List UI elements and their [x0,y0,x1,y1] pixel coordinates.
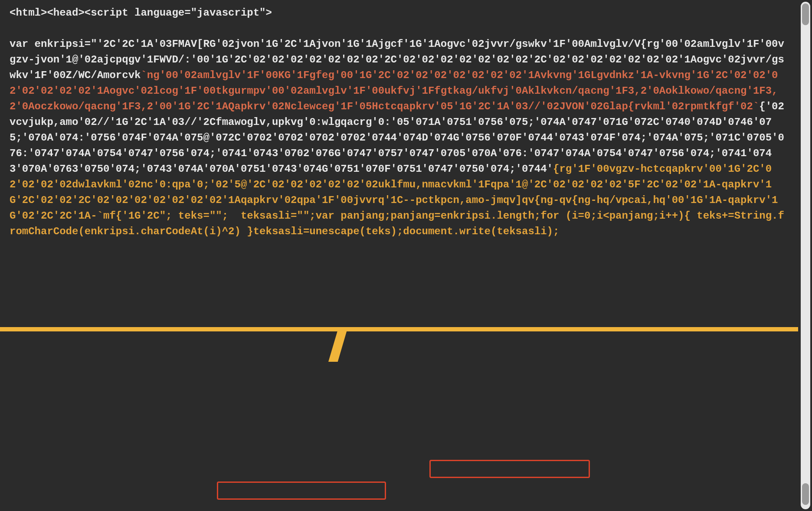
snip-bar [0,327,798,331]
scrollbar-track[interactable] [801,2,810,509]
scrollbar-thumb-top[interactable] [802,3,809,25]
snip-overlay: // [0,324,798,341]
obfuscated-source: <html><head><script language="javascript… [10,5,789,239]
snip-slashes-icon: // [326,313,341,378]
code-viewport: <html><head><script language="javascript… [0,0,798,511]
scrollbar-thumb-bottom[interactable] [802,483,809,505]
